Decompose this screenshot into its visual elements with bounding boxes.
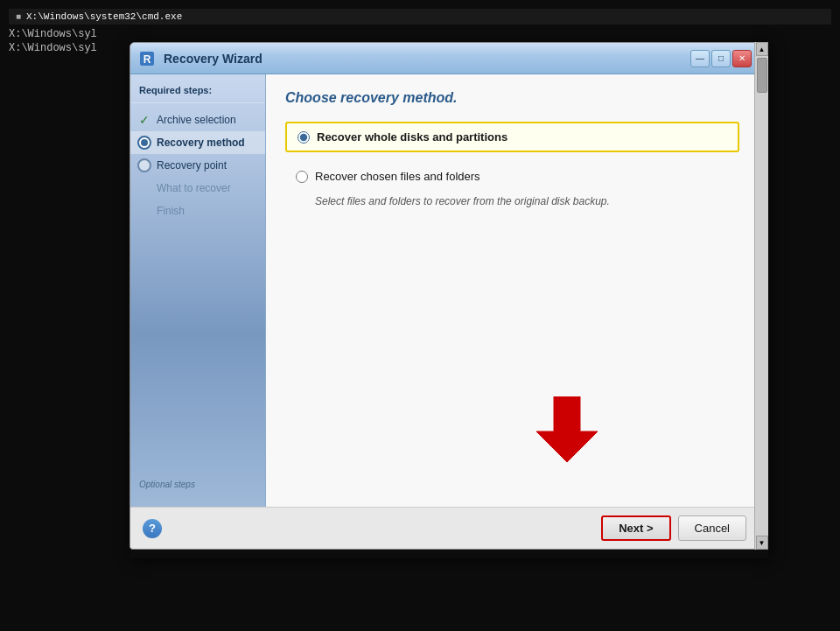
wizard-window: R Recovery Wizard — □ ✕ Required steps: … [130, 42, 760, 550]
sidebar-label-what-to-recover: What to recover [157, 182, 231, 194]
sidebar-item-what-to-recover: What to recover [130, 177, 265, 200]
next-button[interactable]: Next > [601, 515, 670, 541]
sidebar-bottom: Optional steps [130, 473, 265, 496]
checkmark-icon: ✓ [137, 113, 151, 127]
sidebar-label-archive: Archive selection [157, 114, 236, 126]
optional-steps-label: Optional steps [139, 480, 256, 489]
terminal-title-bar: ■ X:\Windows\system32\cmd.exe [9, 9, 831, 25]
label-recover-whole-disks: Recover whole disks and partitions [317, 130, 508, 144]
wizard-title: Recovery Wizard [164, 52, 690, 66]
wizard-outer-container: R Recovery Wizard — □ ✕ Required steps: … [130, 42, 768, 558]
sidebar: Required steps: ✓ Archive selection Reco… [130, 74, 266, 507]
sidebar-item-finish: Finish [130, 200, 265, 222]
active-step-icon [137, 136, 151, 150]
sidebar-label-finish: Finish [157, 205, 185, 217]
sidebar-item-archive-selection[interactable]: ✓ Archive selection [130, 109, 265, 131]
radio-recover-files-folders[interactable] [296, 171, 308, 183]
main-panel: Choose recovery method. Recover whole di… [266, 74, 759, 507]
scrollbar-track: ▲ ▼ [754, 42, 768, 550]
terminal-title-text: X:\Windows\system32\cmd.exe [26, 11, 182, 22]
scroll-up-arrow[interactable]: ▲ [756, 42, 768, 56]
title-bar: R Recovery Wizard — □ ✕ [130, 43, 759, 74]
close-button[interactable]: ✕ [732, 50, 752, 67]
option-description-files-folders: Select files and folders to recover from… [315, 195, 739, 207]
panel-title: Choose recovery method. [285, 90, 739, 106]
bottom-bar: ? Next > Cancel [130, 507, 759, 549]
sidebar-item-recovery-point[interactable]: Recovery point [130, 154, 265, 177]
step-icon-5 [137, 204, 151, 218]
sidebar-label-recovery-point: Recovery point [157, 159, 227, 172]
required-steps-label: Required steps: [130, 85, 265, 103]
bottom-buttons: Next > Cancel [601, 515, 746, 541]
maximize-button[interactable]: □ [711, 50, 731, 67]
svg-text:R: R [144, 53, 151, 66]
wizard-icon: R [137, 49, 157, 68]
help-button[interactable]: ? [143, 519, 162, 538]
terminal-line-1: X:\Windows\syl [9, 28, 831, 40]
terminal-icon: ■ [16, 12, 21, 22]
scrollbar-thumb[interactable] [757, 58, 767, 93]
radio-recover-whole-disks[interactable] [298, 131, 310, 144]
minimize-button[interactable]: — [690, 50, 710, 67]
title-bar-buttons: — □ ✕ [690, 50, 752, 67]
cancel-button[interactable]: Cancel [678, 515, 746, 541]
step-icon-4 [137, 181, 151, 195]
option-recover-whole-disks[interactable]: Recover whole disks and partitions [285, 122, 739, 152]
label-recover-files-folders: Recover chosen files and folders [315, 170, 480, 183]
step-icon-3 [137, 158, 151, 172]
sidebar-label-recovery-method: Recovery method [157, 137, 245, 149]
wizard-content: Required steps: ✓ Archive selection Reco… [130, 74, 759, 507]
option-recover-files-folders[interactable]: Recover chosen files and folders [285, 165, 739, 188]
scroll-down-arrow[interactable]: ▼ [756, 536, 768, 550]
sidebar-item-recovery-method[interactable]: Recovery method [130, 131, 265, 154]
